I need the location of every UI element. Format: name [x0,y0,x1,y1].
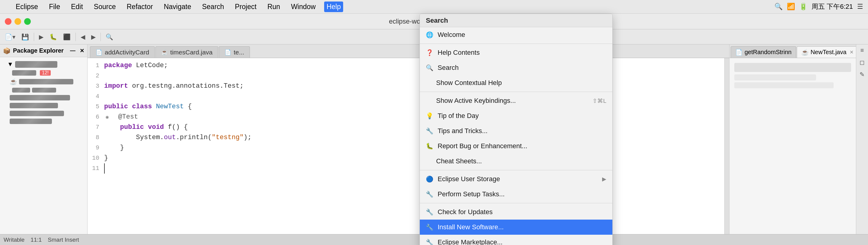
tab-get-random-strinn[interactable]: 📄 getRandomStrinn [731,46,796,58]
package-explorer-icon: 📦 [3,47,10,54]
dropdown-item-welcome[interactable]: 🌐 Welcome [420,27,612,42]
dropdown-item-user-storage[interactable]: 🔵 Eclipse User Storage ▶ [420,171,612,187]
list-item[interactable] [0,109,87,117]
submenu-arrow-icon: ▶ [602,176,606,182]
menu-window[interactable]: Window [288,1,318,12]
item-label: Tips and Tricks... [438,127,606,135]
right-strip-icon-1[interactable]: ≡ [861,47,864,54]
menu-navigate[interactable]: Navigate [161,1,194,12]
dropdown-item-tip-of-day[interactable]: 💡 Tip of the Day [420,108,612,124]
toolbar-run-button[interactable]: ▶ [36,31,46,42]
help-dropdown-menu[interactable]: Search 🌐 Welcome ❓ Help Contents 🔍 Searc… [420,13,613,245]
menu-help[interactable]: Help [324,1,343,12]
right-strip-icon-2[interactable]: ◻ [860,59,865,66]
tab-add-activity-card[interactable]: 📄 addActivityCard [90,46,155,58]
sidebar-close-icon[interactable]: ✕ [80,48,84,54]
toolbar-separator-3 [100,33,101,41]
dropdown-item-tips-tricks[interactable]: 🔧 Tips and Tricks... [420,124,612,139]
code-line-5: 5 public class NewTest { [88,102,724,112]
toolbar-stop-button[interactable]: ⬛ [61,31,73,42]
setup-icon: 🔧 [426,191,433,198]
toolbar-back-button[interactable]: ◀ [78,31,88,42]
menu-items-right: 🔍 📶 🔋 周五 下午6:21 ☰ [774,2,863,11]
menu-run[interactable]: Run [265,1,282,12]
tab-times-card[interactable]: ☕ timesCard.java [155,46,218,58]
line-content: public void f() { [104,122,188,133]
code-line-8: 8 System.out.println("testng"); [88,133,724,143]
window-controls [5,18,31,25]
dropdown-item-help-contents[interactable]: ❓ Help Contents [420,45,612,60]
right-panel-tab-bar: 📄 getRandomStrinn ☕ NewTest.java ✕ >> — … [730,45,856,58]
status-writable: Writable [4,237,25,243]
code-line-6: 6 ◉ @Test [88,112,724,122]
marketplace-icon: 🔧 [426,239,433,245]
list-item[interactable] [0,102,87,109]
control-center-icon[interactable]: ☰ [857,3,863,10]
dropdown-separator-3 [420,170,612,170]
right-strip-icon-3[interactable]: ✎ [860,71,865,78]
item-label: Eclipse Marketplace... [438,238,606,245]
tab-close-icon[interactable]: ✕ [849,49,854,55]
line-number: 2 [88,71,104,81]
dropdown-item-keybindings[interactable]: Show Active Keybindings... ⇧⌘L [420,93,612,108]
line-number: 11 [88,163,104,173]
clock-display: 周五 下午6:21 [812,2,853,11]
dropdown-item-marketplace[interactable]: 🔧 Eclipse Marketplace... [420,235,612,245]
dropdown-item-setup-tasks[interactable]: 🔧 Perform Setup Tasks... [420,187,612,202]
list-item[interactable]: ▼ [0,60,87,69]
dropdown-item-report-bug[interactable]: 🐛 Report Bug or Enhancement... [420,139,612,154]
dropdown-item-cheat-sheets[interactable]: Cheat Sheets... [420,154,612,169]
mac-menubar: Eclipse File Edit Source Refactor Naviga… [0,0,868,13]
tab-label: NewTest.java [811,49,846,56]
toolbar-debug-button[interactable]: 🐛 [47,31,59,42]
sidebar-minimize-icon[interactable]: — [70,48,75,54]
menu-edit[interactable]: Edit [68,1,85,12]
tab-label: getRandomStrinn [745,49,792,56]
line-content: import org.testng.annotations.Test; [104,81,244,91]
dropdown-item-install-software[interactable]: 🔧 Install New Software... [420,220,612,235]
search-menu-icon: 🔍 [426,64,433,72]
list-item[interactable] [0,94,87,102]
dropdown-item-contextual-help[interactable]: Show Contextual Help [420,75,612,90]
close-button[interactable] [5,18,11,25]
dropdown-separator-4 [420,203,612,203]
code-line-4: 4 [88,91,724,102]
menu-file[interactable]: File [46,1,62,12]
welcome-icon: 🌐 [426,31,433,38]
maximize-button[interactable] [24,18,31,25]
dropdown-item-check-updates[interactable]: 🔧 Check for Updates [420,205,612,220]
menu-project[interactable]: Project [232,1,259,12]
toolbar-save-button[interactable]: 💾 [19,31,31,42]
status-line-col: 11:1 [30,237,42,243]
tab-java-icon: ☕ [161,49,168,56]
menu-search[interactable]: Search [199,1,226,12]
toolbar-forward-button[interactable]: ▶ [89,31,98,42]
code-editor[interactable]: 1 package LetCode; 2 3 import org.testng… [88,58,724,234]
item-label: Show Active Keybindings... [436,97,588,105]
right-panel-placeholder [730,58,856,93]
tab-label: te... [234,49,244,56]
editor-vscrollbar[interactable] [724,58,729,234]
menu-eclipse[interactable]: Eclipse [13,1,40,12]
search-icon-menubar[interactable]: 🔍 [774,3,783,10]
tab-new-test[interactable]: ☕ NewTest.java ✕ [797,46,858,58]
toolbar-search-button[interactable]: 🔍 [103,31,116,42]
list-item[interactable] [0,86,87,94]
line-content: System.out.println("testng"); [104,133,252,143]
package-explorer-sidebar: 📦 Package Explorer — ✕ ▼ 12! ☕ [0,45,88,234]
menu-refactor[interactable]: Refactor [124,1,155,12]
tab-te[interactable]: 📄 te... [219,46,250,58]
item-label: Tip of the Day [438,112,606,120]
toolbar-new-button[interactable]: 📄▾ [2,31,18,42]
menu-source[interactable]: Source [91,1,118,12]
list-item[interactable]: 12! [0,69,87,77]
minimize-button[interactable] [14,18,21,25]
list-item[interactable]: ☕ [0,77,87,86]
item-label: Eclipse User Storage [438,175,598,183]
dropdown-item-search[interactable]: 🔍 Search [420,60,612,75]
sidebar-tree: ▼ 12! ☕ [0,57,87,128]
right-panel: 📄 getRandomStrinn ☕ NewTest.java ✕ >> — … [729,45,856,234]
sidebar-title-label: Package Explorer [13,47,64,54]
list-item[interactable] [0,117,87,125]
help-contents-icon: ❓ [426,49,433,56]
